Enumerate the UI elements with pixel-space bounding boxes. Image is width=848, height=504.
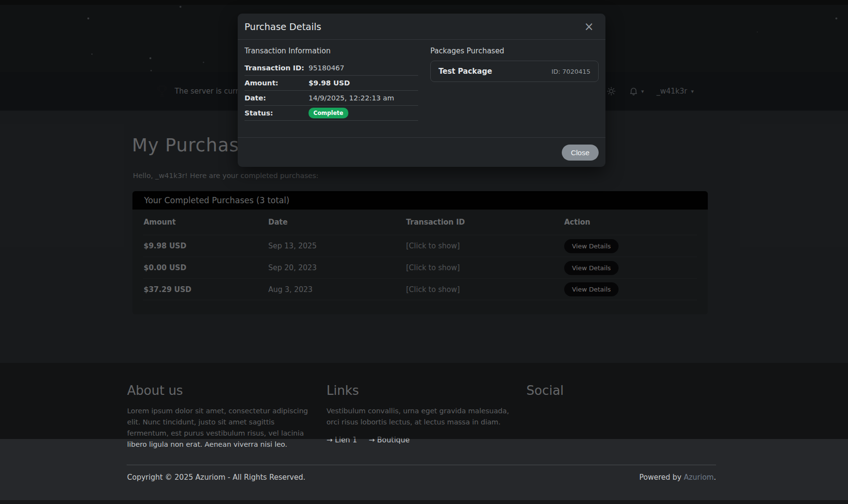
package-id: ID: 7020415	[552, 68, 590, 75]
close-icon[interactable]: ×	[580, 20, 598, 33]
package-name: Test Package	[439, 67, 492, 76]
info-row-amount: Amount: $9.98 USD	[245, 76, 418, 91]
page: The server is currently ▾ _w41k3r ▾ My P…	[0, 0, 848, 504]
info-row-transaction-id: Transaction ID: 95180467	[245, 61, 418, 76]
copyright-text: Copyright © 2025 Azuriom - All Rights Re…	[127, 473, 306, 482]
info-label: Status:	[245, 109, 309, 117]
powered-by: Powered by Azuriom.	[639, 473, 716, 482]
info-label: Transaction ID:	[245, 64, 309, 72]
bottom-strip	[0, 500, 848, 504]
modal-header: Purchase Details ×	[238, 14, 605, 40]
modal-body: Transaction Information Transaction ID: …	[238, 40, 605, 121]
info-label: Date:	[245, 94, 309, 102]
packages-purchased-heading: Packages Purchased	[430, 47, 599, 55]
info-row-status: Status: Complete	[245, 106, 418, 121]
purchase-details-modal: Purchase Details × Transaction Informati…	[238, 14, 605, 167]
amount-value: $9.98 USD	[309, 79, 350, 87]
transaction-information-section: Transaction Information Transaction ID: …	[245, 47, 418, 121]
packages-purchased-section: Packages Purchased Test Package ID: 7020…	[430, 47, 599, 121]
status-badge: Complete	[309, 108, 348, 118]
close-button[interactable]: Close	[562, 145, 599, 161]
date-value: 14/9/2025, 12:22:13 am	[309, 94, 394, 102]
transaction-information-heading: Transaction Information	[245, 47, 418, 55]
powered-by-prefix: Powered by	[639, 473, 684, 482]
info-label: Amount:	[245, 79, 309, 87]
footer-divider	[127, 465, 716, 465]
package-item: Test Package ID: 7020415	[430, 61, 599, 82]
powered-by-suffix: .	[714, 473, 716, 482]
modal-footer: Close	[238, 137, 605, 167]
azuriom-link[interactable]: Azuriom	[684, 473, 714, 482]
modal-title: Purchase Details	[245, 21, 321, 32]
info-row-date: Date: 14/9/2025, 12:22:13 am	[245, 91, 418, 106]
transaction-id-value: 95180467	[309, 64, 344, 72]
